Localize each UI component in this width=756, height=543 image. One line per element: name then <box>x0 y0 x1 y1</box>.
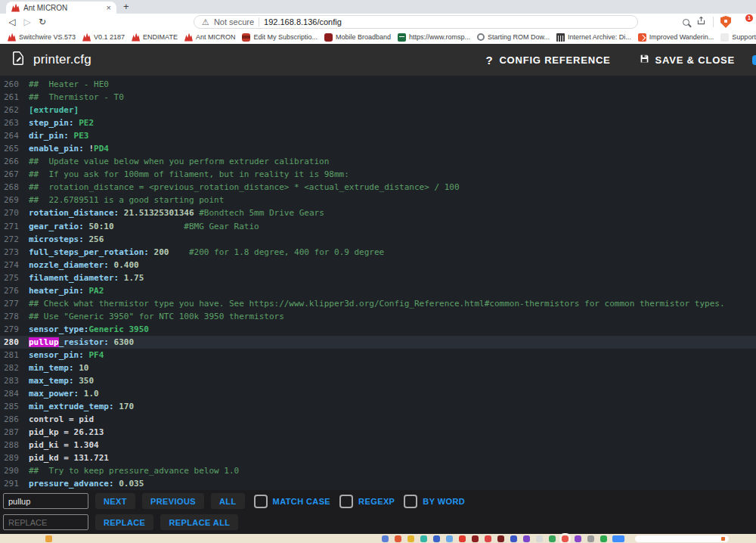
taskbar-app-icon[interactable] <box>395 535 401 542</box>
next-button[interactable]: NEXT <box>95 493 135 509</box>
bookmark-item[interactable]: Switchwire VS.573 <box>8 33 76 42</box>
taskbar-app-icon[interactable] <box>446 535 453 542</box>
taskbar-app-icon[interactable] <box>420 535 427 542</box>
adblock-shield-icon[interactable] <box>720 16 731 28</box>
all-button[interactable]: ALL <box>211 493 245 509</box>
taskbar-app-icon[interactable] <box>600 535 607 542</box>
code-line-269[interactable]: 269## 22.6789511 is a good starting poin… <box>0 194 756 206</box>
security-label: Not secure <box>214 17 254 26</box>
code-line-277[interactable]: 277## Check what thermistor type you hav… <box>0 297 756 310</box>
back-icon[interactable]: ◁ <box>5 17 20 27</box>
code-line-273[interactable]: 273full_steps_per_rotation: 200 #200 for… <box>0 246 756 259</box>
code-line-276[interactable]: 276heater_pin: PA2 <box>0 284 756 297</box>
code-segment-plain <box>114 222 184 231</box>
taskbar-app-icon[interactable] <box>45 535 52 542</box>
bookmark-item[interactable]: ENDIMATE <box>132 33 178 42</box>
code-text: enable_pin: !PD4 <box>29 142 109 155</box>
code-line-262[interactable]: 262[extruder] <box>0 104 756 116</box>
taskbar-app-icon[interactable] <box>549 535 556 542</box>
tab-close-icon[interactable]: × <box>107 4 111 12</box>
save-close-label: SAVE & CLOSE <box>655 54 735 66</box>
taskbar-search-pill[interactable] <box>635 535 729 542</box>
taskbar-blue-app-icon[interactable] <box>612 535 624 542</box>
code-line-275[interactable]: 275filament_diameter: 1.75 <box>0 272 756 284</box>
taskbar-app-icon[interactable] <box>407 535 414 542</box>
code-line-283[interactable]: 283max_temp: 350 <box>0 374 756 387</box>
taskbar-app-icon[interactable] <box>536 535 543 542</box>
taskbar-app-icon[interactable] <box>497 535 504 542</box>
taskbar-app-icon[interactable] <box>472 535 479 542</box>
code-line-278[interactable]: 278## Use "Generic 3950" for NTC 100k 39… <box>0 310 756 323</box>
code-line-285[interactable]: 285min_extrude_temp: 170 <box>0 400 756 413</box>
code-line-281[interactable]: 281sensor_pin: PF4 <box>0 349 756 361</box>
code-line-264[interactable]: 264dir_pin: PE3 <box>0 129 756 142</box>
address-bar[interactable]: ⚠ Not secure 192.168.8.136/config <box>194 15 638 29</box>
bookmark-item[interactable]: Improved Wanderin... <box>638 33 714 42</box>
bookmark-item[interactable]: Support Network |... <box>720 33 756 42</box>
bookmark-item[interactable]: Mobile Broadband <box>324 33 391 42</box>
share-icon[interactable] <box>696 15 706 29</box>
taskbar-app-icon[interactable] <box>575 535 581 542</box>
stack-red-icon <box>242 33 250 42</box>
taskbar-app-icon[interactable] <box>459 535 466 542</box>
bookmark-label: Edit My Subscriptio... <box>253 33 318 41</box>
code-line-266[interactable]: 266## Update value below when you perfor… <box>0 155 756 168</box>
code-segment-key: step_pin: <box>29 118 74 128</box>
forward-icon[interactable]: ▷ <box>20 17 35 27</box>
code-editor[interactable]: 260## Heater - HE0261## Thermistor - T02… <box>0 76 756 490</box>
browser-tab[interactable]: Ant MICRON × <box>6 2 116 14</box>
code-line-286[interactable]: 286control = pid <box>0 413 756 426</box>
replace-all-button[interactable]: REPLACE ALL <box>160 514 238 530</box>
extension-icon[interactable]: 1 <box>738 16 750 28</box>
code-line-263[interactable]: 263step_pin: PE2 <box>0 116 756 129</box>
code-line-272[interactable]: 272microsteps: 256 <box>0 233 756 246</box>
code-segment-key: _resistor: <box>59 337 109 347</box>
code-line-267[interactable]: 267## If you ask for 100mm of filament, … <box>0 168 756 181</box>
bookmark-item[interactable]: Internet Archive: Di... <box>556 33 631 42</box>
taskbar-app-icon[interactable] <box>562 535 569 542</box>
replace-button[interactable]: REPLACE <box>95 514 153 530</box>
zoom-icon[interactable] <box>683 19 689 26</box>
taskbar-app-icon[interactable] <box>485 535 491 542</box>
taskbar-app-icon[interactable] <box>510 535 517 542</box>
taskbar-pill-icon <box>721 537 725 541</box>
code-line-279[interactable]: 279sensor_type:Generic 3950 <box>0 323 756 336</box>
taskbar-app-icon[interactable] <box>382 535 389 542</box>
reload-icon[interactable]: ↻ <box>35 17 50 27</box>
line-number: 267 <box>0 168 21 181</box>
new-tab-button[interactable]: + <box>123 1 129 12</box>
taskbar-app-icon[interactable] <box>587 535 594 542</box>
by-word-checkbox[interactable] <box>404 495 417 508</box>
bookmark-item[interactable]: https://www.romsp... <box>398 33 470 42</box>
bookmark-item[interactable]: Ant MICRON <box>184 33 236 42</box>
replace-input[interactable] <box>3 514 88 530</box>
code-line-287[interactable]: 287pid_kp = 26.213 <box>0 426 756 439</box>
line-number: 282 <box>0 361 21 374</box>
code-line-260[interactable]: 260## Heater - HE0 <box>0 78 756 91</box>
code-line-290[interactable]: 290## Try to keep pressure_advance below… <box>0 464 756 477</box>
bookmark-item[interactable]: Starting ROM Dow... <box>477 33 550 41</box>
match-case-checkbox[interactable] <box>254 495 268 508</box>
save-close-button[interactable]: SAVE & CLOSE <box>640 54 735 66</box>
previous-button[interactable]: PREVIOUS <box>142 493 204 509</box>
regexp-checkbox[interactable] <box>339 495 353 508</box>
code-line-284[interactable]: 284max_power: 1.0 <box>0 387 756 400</box>
taskbar-app-icon[interactable] <box>433 535 440 542</box>
code-line-289[interactable]: 289pid_kd = 131.721 <box>0 451 756 464</box>
bookmark-item[interactable]: Edit My Subscriptio... <box>242 33 318 42</box>
code-line-274[interactable]: 274nozzle_diameter: 0.400 <box>0 259 756 272</box>
extension-badge: 1 <box>745 14 753 22</box>
bookmark-item[interactable]: V0.1 2187 <box>82 33 125 42</box>
taskbar-app-icon[interactable] <box>523 535 530 542</box>
search-input[interactable] <box>3 493 88 509</box>
config-reference-button[interactable]: ? CONFIG REFERENCE <box>485 54 610 67</box>
code-line-280[interactable]: 280pullup_resistor: 6300 <box>0 336 756 349</box>
code-line-268[interactable]: 268## rotation_distance = <previous_rota… <box>0 181 756 194</box>
code-line-282[interactable]: 282min_temp: 10 <box>0 361 756 374</box>
code-line-288[interactable]: 288pid_ki = 1.304 <box>0 439 756 451</box>
code-line-271[interactable]: 271gear_ratio: 50:10 #BMG Gear Ratio <box>0 220 756 233</box>
code-line-265[interactable]: 265enable_pin: !PD4 <box>0 142 756 155</box>
code-line-291[interactable]: 291pressure_advance: 0.035 <box>0 477 756 490</box>
code-line-270[interactable]: 270rotation_distance: 21.51325301346 #Bo… <box>0 206 756 219</box>
code-line-261[interactable]: 261## Thermistor - T0 <box>0 91 756 104</box>
